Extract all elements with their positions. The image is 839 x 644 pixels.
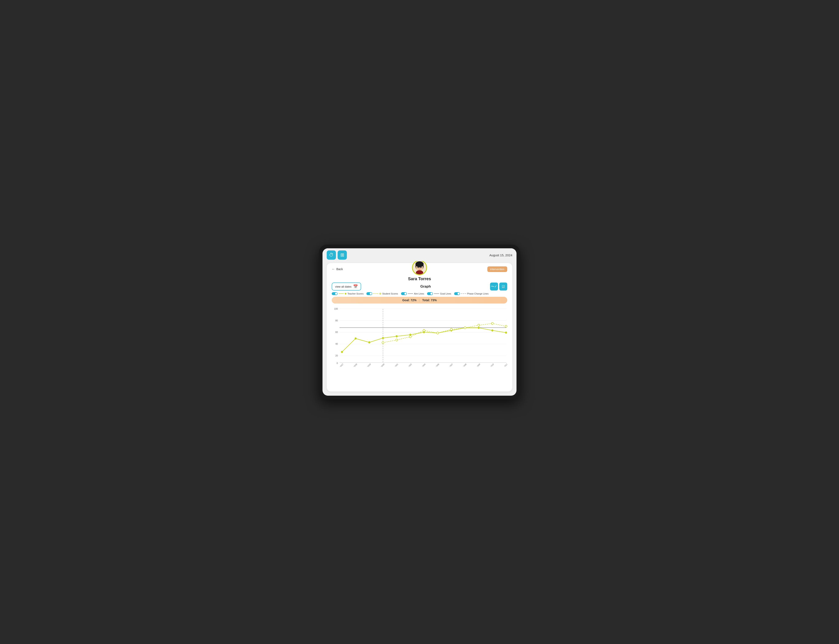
svg-text:10/06: 10/06 [435, 363, 439, 366]
toggle-phase-lines[interactable] [454, 292, 460, 295]
svg-text:09/28: 09/28 [353, 363, 357, 366]
toggle-goal-lines[interactable] [427, 292, 433, 295]
screen: ⏱ ⊞ August 15, 2024 ← Back [322, 248, 517, 396]
student-profile: Sara Torres [408, 261, 431, 281]
svg-point-3 [418, 266, 419, 268]
goal-bar: Goal: 72% | Total: 73% [332, 297, 507, 304]
svg-point-45 [491, 322, 494, 325]
svg-text:10/08: 10/08 [462, 363, 467, 366]
svg-point-42 [450, 328, 452, 330]
svg-text:10/09: 10/09 [476, 363, 480, 366]
legend-goal-lines: Goal Lines [427, 292, 451, 295]
svg-text:10/04: 10/04 [421, 363, 426, 366]
svg-text:20: 20 [335, 354, 338, 357]
graph-action-icons: 〜✓ ☑ [490, 283, 507, 291]
svg-text:60: 60 [335, 331, 338, 334]
calendar-icon: 📅 [353, 284, 358, 289]
status-bar: ⏱ ⊞ August 15, 2024 [322, 248, 517, 261]
svg-point-28 [396, 335, 398, 337]
svg-text:09/29: 09/29 [367, 363, 371, 366]
date-picker-label: view all dates [335, 285, 352, 288]
svg-point-44 [478, 324, 480, 326]
legend-aim-label: Aim Lines [414, 292, 424, 295]
svg-point-40 [423, 329, 425, 332]
svg-point-24 [341, 351, 343, 353]
svg-point-36 [505, 332, 507, 334]
goal-label: Goal: [402, 299, 410, 302]
main-content: ← Back [322, 261, 517, 396]
svg-text:100: 100 [334, 307, 338, 310]
back-arrow-icon: ← [332, 267, 335, 271]
toggle-aim-lines[interactable] [401, 292, 407, 295]
intervention-badge: intervention [487, 266, 507, 272]
legend-goal-label: Goal Lines [440, 292, 451, 295]
svg-point-39 [409, 336, 411, 338]
svg-point-9 [416, 270, 423, 274]
total-label: Total: [422, 299, 430, 302]
main-card: ← Back [327, 263, 512, 391]
chart-container: 100 80 60 40 20 0 [332, 306, 507, 366]
legend-student-label: Student Scores [382, 292, 398, 295]
svg-point-46 [505, 325, 507, 327]
checklist-icon[interactable]: ☑ [499, 283, 507, 291]
card-header: ← Back [332, 266, 507, 272]
svg-point-8 [419, 268, 420, 268]
total-value: 73% [431, 299, 437, 302]
svg-text:0: 0 [337, 361, 338, 364]
graph-section: view all dates 📅 Graph 〜✓ ☑ [332, 283, 507, 366]
svg-text:09/27: 09/27 [339, 363, 344, 366]
back-label: Back [336, 268, 343, 271]
svg-text:40: 40 [335, 343, 338, 345]
svg-point-43 [464, 327, 466, 329]
avatar-svg [413, 261, 426, 274]
svg-text:10/10: 10/10 [490, 363, 494, 366]
grid-icon[interactable]: ⊞ [337, 250, 347, 260]
chart-svg: 100 80 60 40 20 0 [332, 306, 507, 366]
legend-aim-lines: Aim Lines [401, 292, 424, 295]
device: ⏱ ⊞ August 15, 2024 ← Back [319, 245, 520, 399]
svg-point-41 [437, 332, 439, 334]
svg-point-4 [420, 266, 421, 268]
legend-teacher-scores: Teacher Scores [332, 292, 364, 295]
date-display: August 15, 2024 [489, 253, 512, 257]
svg-point-27 [382, 337, 384, 339]
svg-point-37 [382, 342, 384, 343]
svg-point-38 [396, 339, 398, 341]
wave-chart-icon[interactable]: 〜✓ [490, 283, 498, 291]
svg-point-25 [355, 337, 357, 339]
back-button[interactable]: ← Back [332, 266, 343, 272]
goal-value: 72% [411, 299, 416, 302]
svg-text:10/11: 10/11 [503, 363, 507, 366]
toggle-student-scores[interactable] [366, 292, 372, 295]
svg-point-2 [416, 261, 424, 267]
legend-row: Teacher Scores Student Scores Aim Lines [332, 292, 507, 295]
graph-title: Graph [420, 284, 431, 289]
svg-text:10/07: 10/07 [449, 363, 453, 366]
date-picker-button[interactable]: view all dates 📅 [332, 283, 361, 291]
timer-icon[interactable]: ⏱ [327, 250, 336, 260]
legend-phase-label: Phase Change Lines [467, 292, 489, 295]
svg-point-34 [478, 327, 480, 329]
toggle-teacher-scores[interactable] [332, 292, 337, 295]
legend-teacher-label: Teacher Scores [347, 292, 364, 295]
svg-text:80: 80 [335, 319, 338, 322]
avatar [412, 261, 427, 275]
svg-text:09/30: 09/30 [380, 363, 385, 366]
student-name: Sara Torres [408, 276, 431, 281]
svg-text:10/01: 10/01 [394, 363, 398, 366]
legend-student-scores: Student Scores [366, 292, 398, 295]
graph-toolbar: view all dates 📅 Graph 〜✓ ☑ [332, 283, 507, 291]
app-icons: ⏱ ⊞ [327, 250, 347, 260]
svg-text:10/02: 10/02 [408, 363, 412, 366]
svg-point-35 [491, 329, 494, 332]
svg-point-26 [368, 341, 370, 343]
legend-phase-lines: Phase Change Lines [454, 292, 489, 295]
